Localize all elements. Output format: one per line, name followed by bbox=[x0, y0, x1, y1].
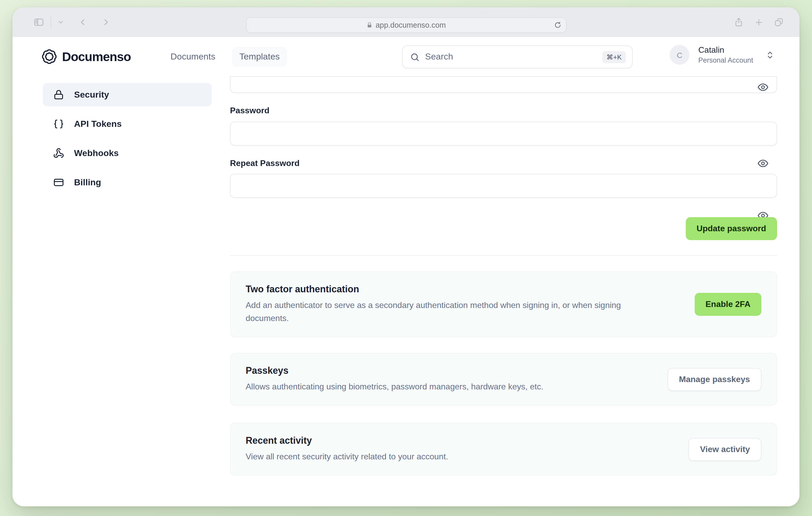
current-password-input[interactable] bbox=[230, 76, 777, 93]
nav-templates[interactable]: Templates bbox=[232, 47, 287, 66]
browser-window: app.documenso.com bbox=[12, 7, 800, 506]
section-divider bbox=[230, 255, 777, 256]
passkeys-card: Passkeys Allows authenticating using bio… bbox=[230, 353, 777, 406]
search-input[interactable] bbox=[425, 52, 602, 62]
search-icon bbox=[410, 52, 420, 62]
view-activity-button[interactable]: View activity bbox=[688, 438, 761, 461]
sidebar-item-label: Security bbox=[74, 89, 109, 100]
app-header: Documenso Documents Templates ⌘+K C bbox=[12, 37, 800, 76]
manage-passkeys-button[interactable]: Manage passkeys bbox=[668, 368, 761, 391]
sidebar-item-api-tokens[interactable]: API Tokens bbox=[43, 112, 212, 136]
main-nav: Documents Templates bbox=[163, 47, 287, 66]
enable-2fa-button[interactable]: Enable 2FA bbox=[695, 293, 762, 316]
recent-activity-card: Recent activity View all recent security… bbox=[230, 423, 777, 476]
card-description: View all recent security activity relate… bbox=[245, 450, 663, 463]
share-icon[interactable] bbox=[734, 17, 744, 27]
sidebar-item-webhooks[interactable]: Webhooks bbox=[43, 141, 212, 165]
tls-lock-icon bbox=[366, 22, 372, 28]
card-description: Add an authenticator to serve as a secon… bbox=[245, 299, 663, 325]
toolbar-separator bbox=[51, 17, 51, 28]
password-label: Password bbox=[230, 106, 269, 115]
search-bar[interactable]: ⌘+K bbox=[402, 46, 633, 69]
account-menu[interactable]: C Catalin Personal Account bbox=[670, 45, 775, 65]
sidebar-item-label: API Tokens bbox=[74, 119, 122, 129]
webhook-icon bbox=[53, 148, 64, 159]
account-name: Catalin bbox=[698, 45, 753, 55]
new-tab-icon[interactable] bbox=[754, 18, 763, 27]
update-password-button[interactable]: Update password bbox=[686, 217, 777, 240]
lock-icon bbox=[53, 89, 64, 100]
desktop: app.documenso.com bbox=[0, 0, 812, 516]
browser-toolbar: app.documenso.com bbox=[12, 7, 800, 37]
reload-icon[interactable] bbox=[554, 21, 561, 29]
braces-icon bbox=[53, 118, 64, 130]
card-description: Allows authenticating using biometrics, … bbox=[245, 380, 652, 393]
tab-overview-icon[interactable] bbox=[774, 17, 784, 27]
documenso-app: Documenso Documents Templates ⌘+K C bbox=[12, 37, 800, 506]
sidebar-item-label: Billing bbox=[74, 177, 101, 188]
nav-documents[interactable]: Documents bbox=[163, 47, 223, 66]
card-title: Recent activity bbox=[245, 435, 673, 446]
card-title: Two factor authentication bbox=[245, 284, 679, 295]
back-icon[interactable] bbox=[78, 17, 88, 27]
avatar: C bbox=[670, 45, 690, 65]
repeat-password-input[interactable] bbox=[230, 174, 777, 198]
settings-sidebar: Security API Tokens Webhooks bbox=[43, 83, 212, 200]
chevrons-up-down-icon bbox=[765, 50, 775, 59]
card-title: Passkeys bbox=[245, 365, 652, 376]
repeat-password-label: Repeat Password bbox=[230, 159, 300, 168]
forward-icon[interactable] bbox=[101, 17, 111, 27]
address-bar[interactable]: app.documenso.com bbox=[245, 17, 567, 33]
sidebar-chevron-down-icon[interactable] bbox=[57, 19, 64, 26]
sidebar-item-label: Webhooks bbox=[74, 148, 119, 158]
account-type: Personal Account bbox=[698, 56, 753, 64]
sidebar-item-security[interactable]: Security bbox=[43, 83, 212, 107]
eye-icon[interactable] bbox=[757, 158, 769, 169]
documenso-logo-icon bbox=[41, 49, 57, 65]
sidebar-item-billing[interactable]: Billing bbox=[43, 171, 212, 194]
eye-icon[interactable] bbox=[757, 81, 769, 93]
url-text: app.documenso.com bbox=[376, 21, 446, 29]
search-shortcut-badge: ⌘+K bbox=[602, 51, 626, 63]
password-input[interactable] bbox=[230, 121, 777, 146]
two-factor-card: Two factor authentication Add an authent… bbox=[230, 271, 777, 337]
brand[interactable]: Documenso bbox=[41, 49, 131, 65]
sidebar-toggle-icon[interactable] bbox=[33, 17, 44, 28]
credit-card-icon bbox=[53, 177, 64, 188]
brand-name: Documenso bbox=[62, 49, 131, 64]
